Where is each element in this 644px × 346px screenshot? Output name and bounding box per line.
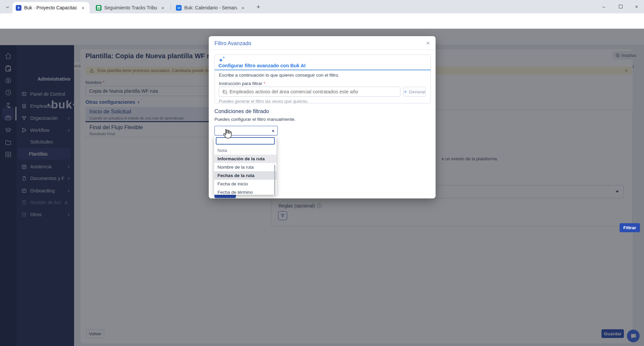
browser-tab-strip: b Buk · Proyecto Capacitaciones × Seguim… [0, 0, 644, 13]
buk-ai-box: ✦✦ Configurar filtro avanzado con Buk AI… [214, 55, 431, 103]
browser-tab-sheets[interactable]: Seguimiento Tracks Tribu - Capa × [92, 2, 169, 13]
conditions-subtitle: Puedes configurar el filtro manualmente. [214, 117, 296, 122]
window-close-button[interactable]: × [629, 0, 644, 13]
buk-favicon: b [16, 5, 21, 11]
generate-button[interactable]: ✧ Generar [403, 87, 426, 97]
screen: b Buk · Proyecto Capacitaciones × Seguim… [0, 0, 644, 346]
tab-title: Buk: Calendario - Semana del 1 [184, 5, 237, 10]
window-maximize-button[interactable] [613, 0, 628, 13]
modal-divider [209, 50, 436, 50]
tab-close-icon[interactable]: × [80, 5, 86, 11]
modal-title: Filtro Avanzado [214, 40, 251, 47]
browser-url-bar: ← → ↻ proyecto-capacitaciones.buk.cl/wor… [0, 13, 644, 29]
tab-close-icon[interactable]: × [160, 5, 166, 11]
dropdown-group-informacion-ruta[interactable]: Información de la ruta [214, 155, 276, 163]
conditions-title: Condiciones de filtrado [214, 108, 269, 114]
dropdown-option-nombre-ruta[interactable]: Nombre de la ruta [214, 163, 276, 171]
ai-instruction-input[interactable] [219, 87, 400, 97]
generate-hint: Puedes generar el filtro las veces que q… [219, 99, 308, 104]
tab-title: Seguimiento Tracks Tribu - Capa [104, 5, 157, 10]
dropdown-option-fecha-termino[interactable]: Fecha de término [214, 188, 276, 195]
new-tab-button[interactable]: + [254, 3, 263, 11]
ai-description: Escribe a continuación lo que quieres co… [219, 73, 339, 78]
filter-button[interactable]: Filtrar [620, 223, 640, 232]
dropdown-option-nota[interactable]: Nota [214, 146, 276, 155]
mouse-cursor [222, 128, 233, 139]
window-minimize-button[interactable]: – [596, 0, 611, 13]
tab-search-chevron-icon[interactable] [3, 3, 11, 11]
calendar-favicon: 13 [176, 5, 182, 11]
browser-tab-active[interactable]: b Buk · Proyecto Capacitaciones × [12, 2, 89, 13]
modal-close-icon[interactable]: × [424, 39, 432, 47]
tab-divider [171, 4, 171, 10]
dropdown-scrollbar[interactable] [274, 165, 275, 195]
ai-box-title: Configurar filtro avanzado con Buk AI [218, 63, 306, 68]
condition-field-dropdown: Nota Información de la ruta Nombre de la… [214, 136, 276, 195]
browser-tab-calendar[interactable]: 13 Buk: Calendario - Semana del 1 × [173, 2, 249, 13]
ai-box-divider [215, 70, 431, 70]
dropdown-option-fecha-inicio[interactable]: Fecha de inicio [214, 180, 276, 188]
tab-title: Buk · Proyecto Capacitaciones [24, 5, 77, 10]
select-open-caret-icon [272, 130, 274, 132]
ai-instruction-label: Instrucción para filtrar * [219, 81, 265, 86]
tab-close-icon[interactable]: × [240, 5, 246, 11]
generate-sparkle-icon: ✧ [403, 89, 407, 94]
dropdown-group-fechas-ruta[interactable]: Fechas de la ruta [214, 171, 276, 180]
sheets-favicon [96, 5, 102, 11]
